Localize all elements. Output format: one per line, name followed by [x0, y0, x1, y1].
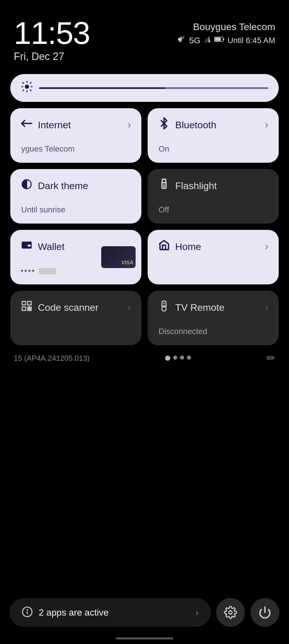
- brightness-icon: [21, 80, 33, 96]
- carrier: Bouygues Telecom: [193, 21, 275, 32]
- info-icon: [22, 606, 33, 619]
- bluetooth-title: Bluetooth: [175, 119, 216, 131]
- flashlight-title: Flashlight: [175, 180, 217, 191]
- tv-remote-title: TV Remote: [175, 302, 224, 313]
- home-indicator: [116, 637, 173, 639]
- bluetooth-subtitle: On: [158, 144, 268, 154]
- svg-point-23: [229, 611, 232, 614]
- visa-logo: VISA: [121, 260, 133, 266]
- version-text: 15 (AP4A.241205.013): [14, 354, 90, 363]
- flashlight-icon: [158, 178, 170, 193]
- flashlight-subtitle: Off: [158, 205, 268, 214]
- svg-rect-16: [30, 309, 31, 311]
- bluetooth-chevron: ›: [265, 119, 268, 131]
- home-title: Home: [175, 241, 201, 252]
- home-chevron: ›: [265, 240, 268, 253]
- pager-dot-2: [173, 356, 177, 360]
- code-scanner-chevron: ›: [128, 301, 131, 313]
- bluetooth-tile[interactable]: Bluetooth › On: [148, 108, 279, 163]
- dark-theme-icon: [21, 178, 33, 193]
- home-icon: [158, 239, 170, 254]
- svg-rect-2: [215, 38, 221, 41]
- quick-settings: Internet › ygues Telecom Bluetooth ›: [0, 68, 289, 345]
- internet-icon: [21, 117, 33, 132]
- settings-button[interactable]: [216, 598, 245, 627]
- battery-time: Until 6:45 AM: [227, 36, 275, 45]
- svg-rect-9: [28, 245, 31, 247]
- svg-rect-10: [22, 301, 26, 305]
- mute-icon: [177, 35, 186, 46]
- code-scanner-title: Code scanner: [38, 302, 99, 313]
- dark-theme-title: Dark theme: [38, 180, 88, 191]
- wallet-tile[interactable]: Wallet VISA ••••: [10, 230, 141, 284]
- svg-rect-13: [28, 307, 29, 309]
- svg-rect-14: [30, 307, 31, 309]
- internet-title: Internet: [38, 119, 71, 131]
- wallet-icon: [21, 239, 33, 254]
- internet-chevron: ›: [128, 119, 131, 131]
- brightness-row[interactable]: [10, 74, 279, 102]
- date: Fri, Dec 27: [14, 51, 90, 63]
- home-tile[interactable]: Home ›: [148, 230, 279, 284]
- time-date-block: 11:53 Fri, Dec 27: [14, 17, 90, 63]
- action-bar: 2 apps are active ›: [10, 598, 279, 627]
- status-right: Bouygues Telecom 5G: [177, 17, 275, 46]
- remote-icon: [158, 300, 170, 315]
- svg-point-19: [163, 306, 165, 307]
- clock: 11:53: [14, 17, 90, 49]
- internet-subtitle: ygues Telecom: [21, 144, 131, 154]
- pager-dot-4: [187, 356, 191, 360]
- power-button[interactable]: [251, 598, 279, 627]
- svg-rect-11: [28, 301, 31, 305]
- wallet-card: VISA: [101, 246, 136, 268]
- brightness-slider[interactable]: [39, 87, 268, 89]
- pager-dot-3: [180, 356, 184, 360]
- brightness-fill: [39, 87, 165, 89]
- active-apps-label: 2 apps are active: [39, 607, 190, 618]
- tiles-grid: Internet › ygues Telecom Bluetooth ›: [10, 108, 279, 345]
- svg-rect-3: [223, 38, 224, 40]
- pager-dot-1: [165, 356, 170, 361]
- bluetooth-icon: [158, 117, 170, 132]
- dark-theme-subtitle: Until sunrise: [21, 205, 131, 214]
- battery-icon: [214, 35, 224, 45]
- status-bar: 11:53 Fri, Dec 27 Bouygues Telecom 5G: [0, 0, 289, 68]
- tv-remote-tile[interactable]: TV Remote › Disconnected: [148, 291, 279, 345]
- edit-icon[interactable]: ✏: [267, 352, 275, 364]
- flashlight-tile[interactable]: Flashlight Off: [148, 169, 279, 224]
- network-type: 5G: [189, 36, 200, 45]
- status-icons: 5G Until 6:45 AM: [177, 35, 275, 46]
- wallet-title: Wallet: [38, 241, 65, 252]
- tv-remote-chevron: ›: [265, 301, 268, 313]
- svg-rect-15: [28, 309, 29, 311]
- active-apps-button[interactable]: 2 apps are active ›: [10, 598, 210, 626]
- dark-theme-tile[interactable]: Dark theme Until sunrise: [10, 169, 141, 224]
- svg-rect-12: [22, 307, 26, 311]
- active-apps-chevron: ›: [196, 607, 199, 618]
- internet-tile[interactable]: Internet › ygues Telecom: [10, 108, 141, 163]
- svg-point-4: [25, 85, 29, 89]
- pager-dots: [165, 356, 191, 361]
- code-scanner-tile[interactable]: Code scanner ›: [10, 291, 141, 345]
- qr-icon: [21, 300, 33, 315]
- tv-remote-subtitle: Disconnected: [158, 327, 268, 336]
- bottom-info-bar: 15 (AP4A.241205.013) ✏: [0, 345, 289, 364]
- signal-icon: [203, 35, 211, 45]
